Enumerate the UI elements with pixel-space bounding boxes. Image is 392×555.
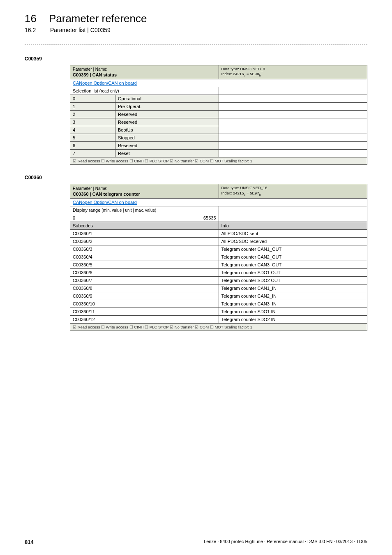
table-row: C00360/6Telegram counter SDO1 OUT: [70, 268, 367, 276]
sel-head-text: Selection list: [73, 88, 98, 93]
parameter-name-cell: Parameter | Name: C00359 | CAN status: [70, 65, 219, 79]
range-min: 0: [70, 214, 145, 222]
table-row: C00360/8Telegram counter CAN1_IN: [70, 284, 367, 292]
subcode: C00360/12: [70, 315, 219, 323]
info: All PDO/SDO sent: [219, 229, 367, 237]
chapter-header: 16 Parameter reference: [25, 12, 367, 25]
info: Telegram counter SDO1 OUT: [219, 268, 367, 276]
page-footer: 814 Lenze · 8400 protec HighLine · Refer…: [25, 539, 367, 545]
parameter-name-cell: Parameter | Name: C00360 | CAN telegram …: [70, 184, 219, 198]
table-row: C00360/2All PDO/SDO received: [70, 237, 367, 245]
row-number: 1: [70, 103, 115, 111]
row-number: 7: [70, 150, 115, 157]
canopen-link[interactable]: CANopen Option/CAN on board: [73, 200, 137, 205]
data-type-cell: Data type: UNSIGNED_16 Index: 24215d = 5…: [219, 184, 367, 198]
table-row: 4BootUp: [70, 126, 367, 134]
row-value: Reset: [115, 150, 219, 157]
table-row: C00360/9Telegram counter CAN2_IN: [70, 292, 367, 300]
subcode: C00360/1: [70, 229, 219, 237]
footer-ref: Lenze · 8400 protec HighLine · Reference…: [204, 539, 367, 545]
row-number: 4: [70, 126, 115, 134]
param-name-label: Parameter | Name:: [73, 186, 216, 191]
chapter-number: 16: [25, 12, 37, 25]
table-row: Selection list (read only): [70, 87, 367, 95]
parameter-table: Parameter | Name: C00359 | CAN status Da…: [70, 65, 367, 165]
info: Telegram counter SDO1 IN: [219, 308, 367, 315]
range-max: 65535: [144, 214, 219, 222]
subcode: C00360/4: [70, 253, 219, 261]
parameter-block: Parameter | Name: C00359 | CAN status Da…: [70, 65, 367, 165]
info: Telegram counter CAN3_OUT: [219, 261, 367, 268]
subcodes-head-l: Subcodes: [70, 222, 219, 229]
info: Telegram counter CAN2_IN: [219, 292, 367, 300]
divider: [25, 44, 367, 44]
row-value: Operational: [115, 95, 219, 103]
table-row: 0Operational: [70, 95, 367, 103]
table-row: CANopen Option/CAN on board: [70, 198, 367, 206]
table-row: 3Reserved: [70, 118, 367, 126]
info: Telegram counter CAN1_IN: [219, 284, 367, 292]
table-row: Display range (min. value | unit | max. …: [70, 206, 367, 214]
code-label: C00360: [25, 175, 367, 180]
display-range-head: Display range (min. value | unit | max. …: [70, 206, 219, 214]
info: Telegram counter SDO2 OUT: [219, 276, 367, 284]
subcodes-head-r: Info: [219, 222, 367, 229]
table-row: 2Reserved: [70, 111, 367, 118]
row-value: Reserved: [115, 142, 219, 150]
table-row: Parameter | Name: C00359 | CAN status Da…: [70, 65, 367, 79]
info: Telegram counter SDO2 IN: [219, 315, 367, 323]
disp-head-small: (min. value | unit | max. value): [101, 208, 156, 213]
subcode: C00360/9: [70, 292, 219, 300]
param-name-value: C00359 | CAN status: [73, 72, 216, 78]
row-value: BootUp: [115, 126, 219, 134]
row-number: 3: [70, 118, 115, 126]
disp-head-text: Display range: [73, 208, 100, 213]
empty-cell: [219, 95, 367, 103]
chapter-title: Parameter reference: [49, 12, 147, 25]
access-cell: ☑ Read access ☐ Write access ☐ CINH ☐ PL…: [70, 157, 367, 165]
table-row: 5Stopped: [70, 134, 367, 142]
param-name-label: Parameter | Name:: [73, 67, 216, 72]
empty-cell: [219, 111, 367, 118]
table-row: C00360/1All PDO/SDO sent: [70, 229, 367, 237]
table-row: C00360/11Telegram counter SDO1 IN: [70, 308, 367, 315]
subcode: C00360/7: [70, 276, 219, 284]
page-number: 814: [25, 539, 34, 545]
subcode: C00360/10: [70, 300, 219, 308]
link-cell: CANopen Option/CAN on board: [70, 198, 367, 206]
subcode: C00360/3: [70, 245, 219, 253]
section-header: 16.2 Parameter list | C00359: [25, 27, 367, 33]
row-number: 5: [70, 134, 115, 142]
row-value: Pre-Operat.: [115, 103, 219, 111]
table-row: C00360/5Telegram counter CAN3_OUT: [70, 261, 367, 268]
empty-cell: [219, 87, 367, 95]
table-row: C00360/7Telegram counter SDO2 OUT: [70, 276, 367, 284]
empty-cell: [219, 118, 367, 126]
code-label: C00359: [25, 56, 367, 62]
info: All PDO/SDO received: [219, 237, 367, 245]
canopen-link[interactable]: CANopen Option/CAN on board: [73, 81, 137, 86]
empty-cell: [219, 142, 367, 150]
empty-cell: [219, 126, 367, 134]
table-row: 7Reset: [70, 150, 367, 157]
data-type-l1: Data type: UNSIGNED_8: [221, 67, 365, 72]
table-row: Parameter | Name: C00360 | CAN telegram …: [70, 184, 367, 198]
empty-cell: [219, 103, 367, 111]
empty-cell: [219, 134, 367, 142]
row-value: Stopped: [115, 134, 219, 142]
info: Telegram counter CAN2_OUT: [219, 253, 367, 261]
subcode: C00360/8: [70, 284, 219, 292]
parameter-table: Parameter | Name: C00360 | CAN telegram …: [70, 184, 367, 331]
row-number: 0: [70, 95, 115, 103]
subcode: C00360/11: [70, 308, 219, 315]
access-cell: ☑ Read access ☐ Write access ☐ CINH ☐ PL…: [70, 323, 367, 331]
table-row: 1Pre-Operat.: [70, 103, 367, 111]
data-type-l1: Data type: UNSIGNED_16: [221, 185, 365, 190]
row-value: Reserved: [115, 111, 219, 118]
table-row: Subcodes Info: [70, 222, 367, 229]
link-cell: CANopen Option/CAN on board: [70, 79, 367, 87]
table-row: 6Reserved: [70, 142, 367, 150]
section-title: Parameter list | C00359: [50, 27, 111, 33]
subcode: C00360/5: [70, 261, 219, 268]
empty-cell: [219, 206, 367, 222]
